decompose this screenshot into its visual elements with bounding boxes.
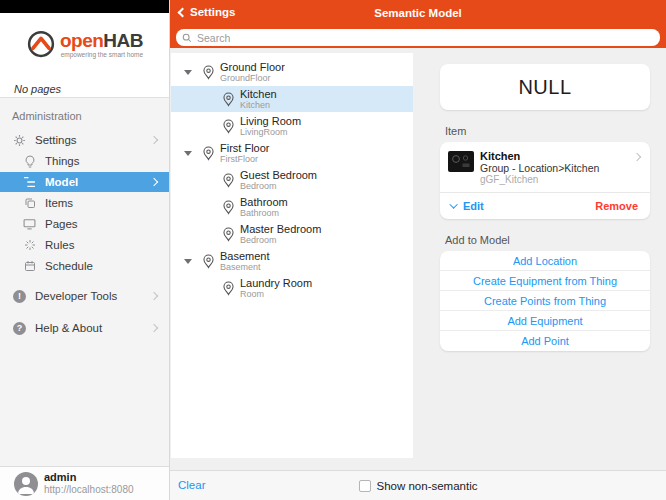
item-state-display: NULL <box>440 64 650 110</box>
tree-item-title: Laundry Room <box>240 277 312 289</box>
tree-row-laundry-room[interactable]: Laundry RoomRoom <box>171 277 413 299</box>
tree-item-subtitle: Basement <box>220 262 270 272</box>
page-header: Settings Semantic Model <box>170 0 666 48</box>
tree-row-bathroom[interactable]: BathroomBathroom <box>171 196 413 218</box>
tree-item-subtitle: FirstFloor <box>220 154 270 164</box>
sidebar-item-rules[interactable]: Rules <box>0 235 169 255</box>
item-internal-name: gGF_Kitchen <box>480 174 599 186</box>
brand-tagline: empowering the smart home <box>61 51 143 58</box>
sidebar-item-developer-tools[interactable]: ! Developer Tools <box>0 286 169 306</box>
chevron-right-icon <box>150 178 158 186</box>
chevron-right-icon <box>150 324 158 332</box>
item-title: Kitchen <box>480 150 599 162</box>
add-equipment-button[interactable]: Add Equipment <box>440 311 650 331</box>
lightbulb-icon <box>22 154 37 169</box>
collapse-arrow-icon[interactable] <box>184 70 192 75</box>
search-icon <box>182 33 192 43</box>
admin-section-label: Administration <box>0 108 169 130</box>
tree-item-title: Master Bedroom <box>240 223 321 235</box>
collapse-arrow-icon[interactable] <box>184 151 192 156</box>
kitchen-thumbnail-image <box>448 151 474 172</box>
tree-row-first-floor[interactable]: First FloorFirstFloor <box>171 142 413 164</box>
pages-monitor-icon <box>22 217 37 232</box>
sidebar-item-label: Schedule <box>45 260 93 272</box>
location-pin-icon <box>222 227 235 242</box>
chevron-right-icon <box>633 153 641 161</box>
edit-label: Edit <box>463 200 484 212</box>
developer-tools-icon: ! <box>12 289 27 304</box>
create-points-from-thing-button[interactable]: Create Points from Thing <box>440 291 650 311</box>
page-title: Semantic Model <box>170 7 666 19</box>
sidebar-item-label: Pages <box>45 218 78 230</box>
add-to-model-actions: Add Location Create Equipment from Thing… <box>440 251 650 351</box>
user-account-block[interactable]: admin http://localhost:8080 <box>0 466 169 500</box>
items-copy-icon <box>22 196 37 211</box>
location-pin-icon <box>222 200 235 215</box>
tree-item-subtitle: Bedroom <box>240 181 317 191</box>
semantic-model-tree: Ground FloorGroundFloor KitchenKitchen L… <box>171 53 413 458</box>
sidebar-item-label: Developer Tools <box>35 290 117 302</box>
tree-item-subtitle: LivingRoom <box>240 127 301 137</box>
add-point-button[interactable]: Add Point <box>440 331 650 351</box>
create-equipment-from-thing-button[interactable]: Create Equipment from Thing <box>440 271 650 291</box>
top-black-strip <box>0 0 169 13</box>
sidebar-item-help-about[interactable]: ? Help & About <box>0 318 169 338</box>
sidebar-item-settings[interactable]: Settings <box>0 130 169 150</box>
sidebar-item-pages[interactable]: Pages <box>0 214 169 234</box>
server-url: http://localhost:8080 <box>44 484 134 495</box>
footer-toolbar: Clear Show non-semantic <box>170 470 666 500</box>
sidebar-item-items[interactable]: Items <box>0 193 169 213</box>
tree-row-ground-floor[interactable]: Ground FloorGroundFloor <box>171 61 413 83</box>
sidebar-item-schedule[interactable]: Schedule <box>0 256 169 276</box>
item-type-meta: Group - Location>Kitchen <box>480 162 599 174</box>
add-location-button[interactable]: Add Location <box>440 251 650 271</box>
show-non-semantic-label: Show non-semantic <box>377 480 478 492</box>
tree-row-basement[interactable]: BasementBasement <box>171 250 413 272</box>
tree-item-subtitle: Bathroom <box>240 208 288 218</box>
location-pin-icon <box>222 119 235 134</box>
location-pin-icon <box>202 254 215 269</box>
add-to-model-section-label: Add to Model <box>445 234 650 246</box>
tree-item-title: First Floor <box>220 142 270 154</box>
collapse-arrow-icon[interactable] <box>184 259 192 264</box>
tree-item-title: Ground Floor <box>220 61 285 73</box>
details-panel: NULL Item Kitchen Group - Location>Kitch… <box>440 48 650 351</box>
openhab-logo-icon <box>26 29 56 59</box>
tree-item-subtitle: Bedroom <box>240 235 321 245</box>
username: admin <box>44 471 76 483</box>
tree-item-title: Basement <box>220 250 270 262</box>
remove-button[interactable]: Remove <box>595 200 638 212</box>
chevron-down-icon <box>449 200 457 208</box>
help-icon: ? <box>12 321 27 336</box>
sidebar: openHAB empowering the smart home No pag… <box>0 0 170 500</box>
item-card: Kitchen Group - Location>Kitchen gGF_Kit… <box>440 142 650 219</box>
sidebar-item-things[interactable]: Things <box>0 151 169 171</box>
openhab-app-window: openHAB empowering the smart home No pag… <box>0 0 666 500</box>
tree-item-title: Bathroom <box>240 196 288 208</box>
search-input[interactable] <box>197 32 654 44</box>
tree-item-subtitle: Room <box>240 289 312 299</box>
sidebar-item-label: Items <box>45 197 73 209</box>
location-pin-icon <box>222 173 235 188</box>
location-pin-icon <box>222 92 235 107</box>
sidebar-item-label: Settings <box>35 134 77 146</box>
schedule-calendar-icon <box>22 259 37 274</box>
sidebar-item-model[interactable]: Model <box>0 172 169 192</box>
item-row-kitchen[interactable]: Kitchen Group - Location>Kitchen gGF_Kit… <box>440 142 650 192</box>
brand-text: openHAB <box>60 31 143 50</box>
tree-row-kitchen[interactable]: KitchenKitchen <box>171 86 413 112</box>
tree-item-subtitle: GroundFloor <box>220 73 285 83</box>
edit-button[interactable]: Edit <box>452 200 484 212</box>
sidebar-item-label: Rules <box>45 239 74 251</box>
sidebar-nav: Administration Settings Things Model <box>0 97 169 466</box>
chevron-right-icon <box>150 292 158 300</box>
model-tree-icon <box>22 175 37 190</box>
openhab-logo: openHAB empowering the smart home <box>0 13 169 75</box>
show-non-semantic-checkbox[interactable] <box>359 480 371 492</box>
avatar <box>14 472 38 496</box>
location-pin-icon <box>202 65 215 80</box>
tree-row-living-room[interactable]: Living RoomLivingRoom <box>171 115 413 137</box>
tree-row-master-bedroom[interactable]: Master BedroomBedroom <box>171 223 413 245</box>
sidebar-item-label: Help & About <box>35 322 102 334</box>
tree-row-guest-bedroom[interactable]: Guest BedroomBedroom <box>171 169 413 191</box>
